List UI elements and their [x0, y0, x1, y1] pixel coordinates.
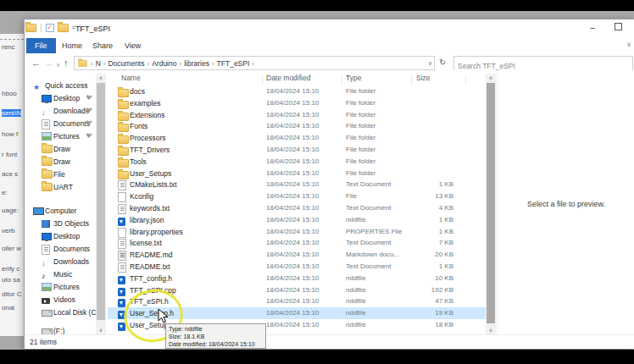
- file-list-scrollbar[interactable]: ∧ ∨: [486, 74, 496, 334]
- address-bar[interactable]: ›N›Documents›Arduino›libraries›TFT_eSPI›…: [74, 56, 435, 70]
- sidebar-item-draw[interactable]: Draw: [25, 143, 106, 155]
- file-date-modified: 18/04/2024 15:10: [266, 249, 319, 261]
- breadcrumb-chevron-icon[interactable]: ›: [103, 60, 106, 68]
- sidebar-item-videos[interactable]: Videos: [25, 294, 106, 306]
- breadcrumb-item[interactable]: N: [96, 59, 101, 68]
- breadcrumb-chevron-icon[interactable]: ›: [147, 60, 149, 68]
- tab-file[interactable]: File: [26, 38, 56, 53]
- file-row-library-json[interactable]: library.json18/04/2024 15:10nddfile1 KB: [108, 214, 486, 226]
- sidebar-item-documents[interactable]: Documents: [25, 243, 106, 255]
- column-type[interactable]: Type: [346, 74, 361, 82]
- file-row-extensions[interactable]: Extensions18/04/2024 15:10File folder: [108, 109, 486, 121]
- file-type: File folder: [346, 168, 375, 179]
- file-date-modified: 18/04/2024 15:10: [266, 109, 319, 121]
- tab-view[interactable]: View: [116, 38, 149, 53]
- scroll-up-icon[interactable]: ∧: [486, 74, 496, 82]
- sidebar-item-file[interactable]: File: [25, 168, 106, 180]
- background-text-fragment: verb: [2, 227, 15, 234]
- recent-locations-icon[interactable]: ∨: [56, 59, 60, 71]
- file-row-keywords-txt[interactable]: keywords.txt18/04/2024 15:10Text Documen…: [108, 202, 486, 214]
- breadcrumb-item[interactable]: Arduino: [152, 59, 176, 68]
- file-row-tools[interactable]: Tools18/04/2024 15:10File folder: [108, 156, 486, 168]
- properties-qat-icon[interactable]: ✓: [46, 24, 54, 32]
- file-icon: [118, 262, 126, 273]
- ribbon-tabs: File Home Share View ∨: [25, 38, 634, 54]
- sidebar-item-label: Videos: [53, 294, 75, 306]
- video-icon: [42, 298, 50, 304]
- file-size: 7 KB: [387, 237, 453, 249]
- sidebar-item-pictures[interactable]: Pictures: [25, 130, 106, 142]
- sidebar-item-desktop[interactable]: Desktop: [25, 230, 106, 242]
- file-type: File: [346, 190, 357, 202]
- file-row-tft-drivers[interactable]: TFT_Drivers18/04/2024 15:10File folder: [108, 144, 486, 156]
- file-icon: [118, 276, 125, 284]
- file-row-processors[interactable]: Processors18/04/2024 15:10File folder: [108, 132, 486, 144]
- file-row-user-setups[interactable]: User_Setups18/04/2024 15:10File folder: [108, 168, 486, 179]
- back-button[interactable]: ←: [31, 57, 41, 69]
- file-row-tft-config-h[interactable]: TFT_config.h18/04/2024 15:10nddfile10 KB: [108, 273, 486, 284]
- column-size[interactable]: Size: [416, 74, 431, 82]
- address-dropdown-icon[interactable]: ∨: [428, 60, 432, 67]
- window-folder-icon: [25, 24, 36, 32]
- sidebar-item-desktop[interactable]: Desktop: [25, 92, 106, 104]
- background-app-strip: renchboosers\Nhow fr fontace se:uage:ver…: [0, 34, 24, 336]
- breadcrumb-chevron-icon[interactable]: ›: [179, 60, 181, 68]
- file-row-fonts[interactable]: Fonts18/04/2024 15:10File folder: [108, 120, 486, 132]
- sidebar-item-downloads[interactable]: ↓Downloads: [25, 256, 106, 267]
- column-date-modified[interactable]: Date modified: [266, 74, 310, 82]
- file-row-library-properties[interactable]: library.properties18/04/2024 15:10PROPER…: [108, 226, 486, 238]
- letterbox-top: [0, 0, 634, 11]
- file-icon: [118, 204, 126, 214]
- sidebar-item-uart[interactable]: UART: [25, 181, 106, 193]
- breadcrumb-chevron-icon[interactable]: ›: [252, 60, 254, 68]
- forward-button[interactable]: →: [44, 57, 53, 69]
- breadcrumb-item[interactable]: TFT_eSPI: [217, 59, 250, 68]
- file-date-modified: 18/04/2024 15:10: [266, 97, 319, 109]
- scroll-up-icon[interactable]: ∧: [96, 74, 106, 82]
- new-folder-qat-icon[interactable]: [58, 24, 69, 32]
- sidebar-item-pictures[interactable]: Pictures: [25, 281, 106, 293]
- breadcrumb-item[interactable]: Documents: [108, 59, 144, 68]
- file-row-readme-md[interactable]: README.md18/04/2024 15:10Markdown docu..…: [108, 249, 486, 261]
- refresh-icon[interactable]: ↻: [439, 58, 446, 67]
- search-input[interactable]: [454, 60, 632, 73]
- sidebar-section-computer[interactable]: Computer: [25, 205, 106, 217]
- file-name: keywords.txt: [130, 202, 170, 214]
- file-size: 47 KB: [387, 295, 453, 307]
- file-row-readme-txt[interactable]: README.txt18/04/2024 15:10Text Document1…: [108, 261, 486, 273]
- scroll-down-icon[interactable]: ∨: [486, 326, 496, 334]
- sidebar-section-quick-access[interactable]: ★Quick access: [25, 80, 106, 91]
- sidebar-item-draw[interactable]: Draw: [25, 156, 106, 168]
- file-name: license.txt: [130, 237, 162, 249]
- scroll-down-icon[interactable]: ∨: [96, 326, 106, 334]
- file-type: Text Document: [346, 261, 391, 273]
- up-button[interactable]: ↑: [64, 57, 69, 69]
- scrollbar-thumb[interactable]: [487, 83, 495, 323]
- sidebar-item-documents[interactable]: Documents: [25, 118, 106, 130]
- file-row-kconfig[interactable]: Kconfig18/04/2024 15:10File13 KB: [108, 190, 486, 202]
- breadcrumb-chevron-icon[interactable]: ›: [91, 60, 93, 68]
- folder-icon: [118, 89, 129, 97]
- sidebar-item-3d-objects[interactable]: 3D Objects: [25, 218, 106, 229]
- minimize-button[interactable]: –: [580, 19, 605, 38]
- breadcrumb-chevron-icon[interactable]: ›: [212, 60, 214, 68]
- sidebar-scrollbar[interactable]: ∧ ∨: [96, 74, 106, 334]
- sidebar-item-music[interactable]: ♪Music: [25, 268, 106, 280]
- file-row-examples[interactable]: examples18/04/2024 15:10File folder: [108, 97, 486, 109]
- file-row-docs[interactable]: docs18/04/2024 15:10File folder: [108, 85, 486, 97]
- file-row-license-txt[interactable]: license.txt18/04/2024 15:10Text Document…: [108, 237, 486, 249]
- folder-icon: [118, 135, 129, 144]
- file-date-modified: 18/04/2024 15:10: [266, 214, 319, 226]
- sidebar-item-local-disk-c-[interactable]: Local Disk (C:): [25, 306, 106, 318]
- file-row-cmakelists-txt[interactable]: CMakeLists.txt18/04/2024 15:10Text Docum…: [108, 179, 486, 190]
- sidebar-item-downloads[interactable]: ↓Downloads: [25, 105, 106, 117]
- file-name: README.md: [130, 249, 173, 261]
- maximize-button[interactable]: [605, 19, 631, 38]
- scrollbar-thumb[interactable]: [97, 83, 105, 320]
- breadcrumb-item[interactable]: libraries: [184, 59, 209, 68]
- background-text-fragment: hboo: [2, 90, 17, 97]
- file-date-modified: 18/04/2024 15:10: [266, 202, 319, 214]
- column-name[interactable]: Name: [121, 74, 141, 82]
- ribbon-collapse-icon[interactable]: ∨: [626, 41, 631, 48]
- sidebar-item--f-[interactable]: (F:): [25, 325, 106, 334]
